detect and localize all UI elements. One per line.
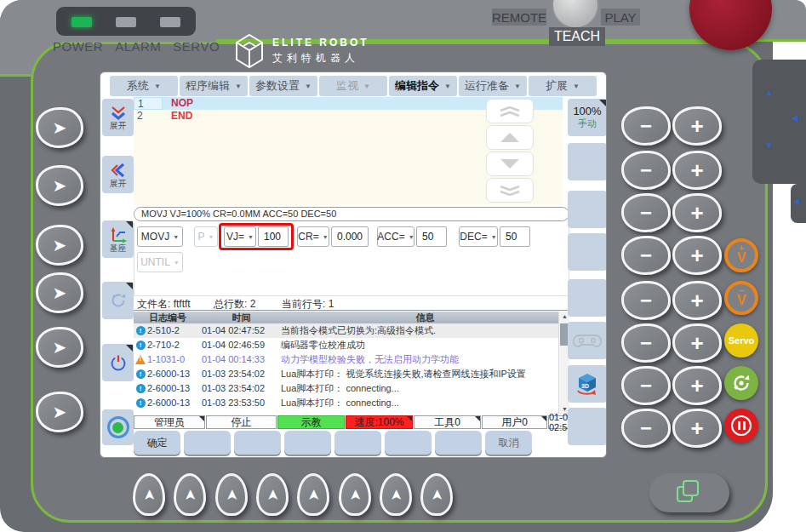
right-toolbar-button-2[interactable] <box>568 143 607 180</box>
log-panel[interactable]: 日志编号 时间 信息 ! 2-510-2 01-04 02:47:52 当前指令… <box>134 312 569 415</box>
acc-value-input[interactable]: 50 <box>416 226 447 247</box>
right-arrow-icon: ➤ <box>53 283 67 303</box>
menu-edit-instruction[interactable]: 编辑指令▼ <box>389 76 457 96</box>
softkey-7[interactable] <box>435 431 482 455</box>
softkey-5[interactable] <box>334 431 381 455</box>
toolbar-power-button[interactable] <box>102 344 134 381</box>
log-row[interactable]: ! 2-710-2 01-04 02:46:59 编码器零位校准成功 <box>134 338 569 352</box>
edge-left-icon[interactable]: ◀ <box>792 114 798 123</box>
speed-display-button[interactable]: 100% 手动 <box>568 99 607 136</box>
bottom-key-6[interactable]: ➤ <box>339 473 371 516</box>
menu-parameter[interactable]: 参数设置▼ <box>249 76 317 96</box>
current-line: 当前行号: 1 <box>282 297 334 312</box>
right-toolbar-button-5[interactable] <box>568 279 607 317</box>
left-key-1[interactable]: ➤ <box>36 107 83 148</box>
up-arrow-icon: ➤ <box>387 489 405 501</box>
cr-value-input[interactable]: 0.000 <box>331 226 369 247</box>
command-preview-field[interactable]: MOVJ VJ=100% CR=0.0MM ACC=50 DEC=50 <box>134 207 569 221</box>
acc-dropdown[interactable]: ACC=▼ <box>377 226 414 247</box>
jog-minus-key-7[interactable]: − <box>621 366 671 405</box>
edge-down-icon[interactable]: ▼ <box>765 141 774 150</box>
menu-extension[interactable]: 扩展▼ <box>529 76 597 96</box>
jog-plus-key-7[interactable]: + <box>672 366 722 405</box>
right-toolbar-button-8[interactable] <box>568 408 607 445</box>
softkey-4[interactable] <box>284 431 331 455</box>
speed-up-button[interactable]: + V <box>724 238 758 272</box>
jog-plus-key-3[interactable]: + <box>672 193 722 232</box>
scroll-up-button[interactable] <box>486 125 534 150</box>
left-key-2[interactable]: ➤ <box>36 165 83 206</box>
toolbar-coordinate-base-button[interactable]: 基座 <box>102 220 134 258</box>
speed-down-button[interactable]: − V <box>724 281 758 315</box>
log-row[interactable]: ! 2-6000-13 01-03 23:54:02 Lua脚本打印： 视觉系统… <box>134 367 569 381</box>
status-frame-chip[interactable]: 用户0 <box>482 415 547 429</box>
toolbar-start-button[interactable] <box>102 409 134 445</box>
toolbar-expand-left-button[interactable]: 展开 <box>102 156 134 193</box>
log-message: 当前指令模式已切换为:高级指令模式. <box>281 325 569 336</box>
right-toolbar-button-4[interactable] <box>568 233 607 271</box>
toolbar-cycle-mode-button[interactable] <box>102 282 134 319</box>
left-key-4[interactable]: ➤ <box>36 272 83 313</box>
menu-label: 程序编辑 <box>186 78 230 94</box>
jog-plus-key-1[interactable]: + <box>672 106 722 146</box>
toolbar-expand-down-button[interactable]: 展开 <box>102 99 134 136</box>
jog-minus-key-2[interactable]: − <box>621 151 671 190</box>
jog-minus-key-6[interactable]: − <box>621 323 671 363</box>
command-type-dropdown[interactable]: MOVJ▼ <box>137 226 183 247</box>
dropdown-value: ACC= <box>377 231 404 243</box>
menu-system[interactable]: 系统▼ <box>110 76 178 96</box>
right-toolbar-button-3[interactable] <box>568 191 607 228</box>
jog-minus-key-1[interactable]: − <box>621 106 671 146</box>
status-speed-chip[interactable]: 速度:100% <box>346 415 413 429</box>
bottom-key-4[interactable]: ➤ <box>256 473 289 516</box>
bottom-key-5[interactable]: ➤ <box>297 473 329 516</box>
edge-tab-left-icon[interactable]: ◀ <box>794 197 799 206</box>
jog-plus-key-5[interactable]: + <box>672 281 722 320</box>
confirm-button[interactable]: 确定 <box>134 431 180 455</box>
pause-button[interactable] <box>724 409 758 443</box>
scroll-top-button[interactable] <box>486 99 534 123</box>
bottom-key-7[interactable]: ➤ <box>380 473 412 516</box>
window-switch-button[interactable] <box>649 473 729 512</box>
status-user-chip[interactable]: 管理员 <box>134 415 205 429</box>
jog-plus-key-6[interactable]: + <box>672 323 722 363</box>
jog-plus-key-8[interactable]: + <box>672 409 722 448</box>
left-key-6[interactable]: ➤ <box>36 392 83 432</box>
status-run-state-chip: 停止 <box>206 415 277 429</box>
status-tool-chip[interactable]: 工具0 <box>414 415 481 429</box>
jog-minus-key-3[interactable]: − <box>621 193 671 232</box>
jog-plus-key-2[interactable]: + <box>672 151 722 190</box>
menu-run-prepare[interactable]: 运行准备▼ <box>459 76 527 96</box>
dec-dropdown[interactable]: DEC=▼ <box>459 226 498 247</box>
log-row[interactable]: ! 2-6000-13 01-03 23:53:50 Lua脚本打印： conn… <box>134 396 569 410</box>
touch-screen: 系统▼ 程序编辑▼ 参数设置▼ 监视▼ 编辑指令▼ 运行准备▼ 扩展▼ 展开 展… <box>100 72 607 458</box>
softkey-2[interactable] <box>184 431 231 455</box>
cancel-button[interactable]: 取消 <box>485 431 532 455</box>
softkey-6[interactable] <box>385 431 432 455</box>
menu-program-edit[interactable]: 程序编辑▼ <box>180 76 248 96</box>
softkey-3[interactable] <box>234 431 281 455</box>
dec-value-input[interactable]: 50 <box>500 226 530 247</box>
left-key-3[interactable]: ➤ <box>36 225 83 266</box>
power-led <box>71 17 92 27</box>
log-row[interactable]: ! 1-1031-0 01-04 00:14:33 动力学模型校验失败，无法启用… <box>134 352 569 367</box>
log-row[interactable]: ! 2-510-2 01-04 02:47:52 当前指令模式已切换为:高级指令… <box>134 323 569 338</box>
view-3d-button[interactable]: 3D <box>568 365 607 403</box>
bottom-key-3[interactable]: ➤ <box>215 473 248 516</box>
scroll-down-button[interactable] <box>486 152 534 176</box>
bottom-key-8[interactable]: ➤ <box>420 473 453 516</box>
log-row[interactable]: ! 2-6000-13 01-03 23:54:02 Lua脚本打印： conn… <box>134 381 569 396</box>
scroll-bottom-button[interactable] <box>486 178 534 203</box>
bottom-key-2[interactable]: ➤ <box>174 473 206 516</box>
servo-button[interactable]: Servo <box>724 323 758 358</box>
jog-minus-key-4[interactable]: − <box>621 236 671 275</box>
jog-plus-key-4[interactable]: + <box>672 236 722 275</box>
jog-minus-key-5[interactable]: − <box>621 281 671 320</box>
left-key-5[interactable]: ➤ <box>36 327 83 368</box>
jog-minus-key-8[interactable]: − <box>621 409 671 448</box>
joystick-mode-button[interactable] <box>568 322 607 359</box>
bottom-key-1[interactable]: ➤ <box>133 473 165 516</box>
cr-dropdown[interactable]: CR=▼ <box>297 226 329 247</box>
edge-up-icon[interactable]: ▲ <box>765 89 774 97</box>
motor-on-button[interactable] <box>724 366 758 400</box>
